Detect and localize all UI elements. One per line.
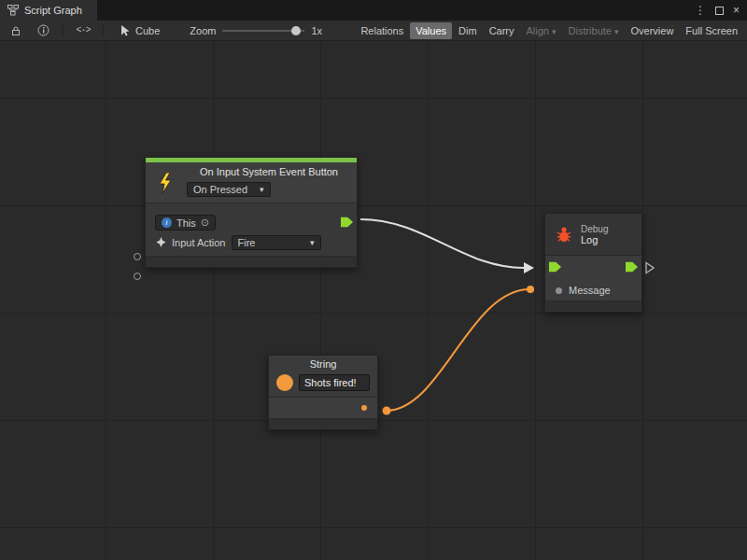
node-footer bbox=[269, 418, 377, 429]
chevron-down-icon: ▾ bbox=[614, 27, 619, 36]
overview-button[interactable]: Overview bbox=[626, 22, 680, 39]
full-screen-button[interactable]: Full Screen bbox=[680, 22, 743, 39]
relations-button[interactable]: Relations bbox=[355, 22, 409, 39]
distribute-label: Distribute bbox=[569, 25, 612, 36]
node-title: On Input System Event Button bbox=[187, 166, 351, 177]
zoom-control: Zoom 1x bbox=[190, 25, 322, 36]
tab-title: Script Graph bbox=[24, 5, 82, 16]
values-button[interactable]: Values bbox=[410, 22, 452, 39]
node-string-literal[interactable]: String Shots fired! bbox=[268, 355, 378, 430]
graph-canvas[interactable]: On Input System Event Button On Pressed … bbox=[0, 41, 747, 560]
message-label: Message bbox=[569, 285, 611, 296]
graph-target[interactable]: Cube bbox=[120, 25, 160, 36]
message-row: Message bbox=[545, 280, 641, 301]
node-title: Log bbox=[581, 234, 608, 245]
toolbar-divider bbox=[63, 24, 63, 37]
maximize-icon[interactable] bbox=[715, 7, 724, 15]
script-graph-icon bbox=[7, 5, 19, 16]
wire-message-end-dot bbox=[527, 286, 534, 293]
graph-toolbar: <·> Cube Zoom 1x Relations Values Dim Ca… bbox=[0, 21, 747, 41]
chevron-down-icon: ▾ bbox=[552, 27, 557, 36]
tab-script-graph[interactable]: Script Graph bbox=[0, 0, 97, 21]
event-mode-dropdown[interactable]: On Pressed ▾ bbox=[187, 182, 271, 197]
object-picker-icon[interactable]: ⊙ bbox=[201, 217, 209, 229]
gameobject-icon: i bbox=[162, 217, 172, 228]
wire-trigger-arrowhead bbox=[524, 262, 534, 273]
output-row bbox=[269, 398, 377, 418]
chevron-down-icon: ▾ bbox=[310, 238, 315, 247]
zoom-value: 1x bbox=[311, 25, 322, 36]
distribute-dropdown[interactable]: Distribute▾ bbox=[563, 22, 625, 39]
lock-icon[interactable] bbox=[8, 25, 23, 36]
window-menu-icon[interactable]: ⋮ bbox=[695, 5, 706, 16]
log-output-port-outline[interactable] bbox=[646, 263, 654, 273]
input-action-row: Input Action Fire ▾ bbox=[146, 232, 357, 252]
align-dropdown[interactable]: Align▾ bbox=[521, 22, 562, 39]
title-bar: Script Graph ⋮ × bbox=[0, 0, 747, 21]
event-mode-value: On Pressed bbox=[193, 184, 247, 195]
trigger-output-port[interactable] bbox=[341, 217, 353, 229]
this-object-field[interactable]: i This ⊙ bbox=[155, 215, 216, 231]
node-footer bbox=[146, 256, 357, 267]
zoom-slider-knob[interactable] bbox=[291, 26, 301, 35]
this-input-port[interactable] bbox=[134, 253, 141, 260]
node-debug-log[interactable]: Debug Log Message bbox=[544, 213, 642, 313]
flow-row bbox=[545, 256, 641, 280]
input-action-label: Input Action bbox=[172, 237, 226, 248]
cursor-icon bbox=[120, 25, 131, 36]
wire-message[interactable] bbox=[387, 289, 529, 411]
lightning-bolt-icon bbox=[146, 162, 185, 203]
info-icon[interactable] bbox=[35, 24, 50, 36]
carry-button[interactable]: Carry bbox=[484, 22, 520, 39]
target-object-label: Cube bbox=[135, 25, 160, 36]
trigger-output-port[interactable] bbox=[626, 262, 638, 274]
this-label: This bbox=[176, 217, 196, 229]
input-action-input-port[interactable] bbox=[134, 273, 141, 280]
close-icon[interactable]: × bbox=[733, 5, 740, 16]
trigger-input-port[interactable] bbox=[549, 262, 561, 274]
toolbar-divider bbox=[103, 24, 104, 37]
input-action-dropdown[interactable]: Fire ▾ bbox=[232, 235, 321, 250]
node-footer bbox=[545, 301, 641, 312]
chevron-down-icon: ▾ bbox=[260, 185, 264, 194]
input-action-icon bbox=[155, 236, 167, 248]
string-value-field[interactable]: Shots fired! bbox=[299, 374, 370, 391]
code-icon[interactable]: <·> bbox=[76, 25, 91, 35]
string-type-icon bbox=[276, 374, 293, 391]
wire-trigger[interactable] bbox=[360, 219, 524, 268]
wire-message-start-dot bbox=[383, 407, 391, 415]
node-title: String bbox=[269, 356, 377, 372]
bug-icon bbox=[555, 225, 573, 244]
node-on-input-system-event-button[interactable]: On Input System Event Button On Pressed … bbox=[145, 157, 358, 268]
align-label: Align bbox=[527, 25, 549, 36]
this-row: i This ⊙ bbox=[146, 213, 357, 232]
string-output-port[interactable] bbox=[361, 405, 367, 411]
input-action-value: Fire bbox=[238, 237, 256, 248]
window-controls: ⋮ × bbox=[695, 0, 747, 21]
zoom-label: Zoom bbox=[190, 25, 216, 36]
node-category: Debug bbox=[581, 224, 608, 234]
zoom-slider[interactable] bbox=[222, 30, 304, 32]
message-input-port[interactable] bbox=[556, 287, 562, 294]
dim-button[interactable]: Dim bbox=[453, 22, 483, 39]
